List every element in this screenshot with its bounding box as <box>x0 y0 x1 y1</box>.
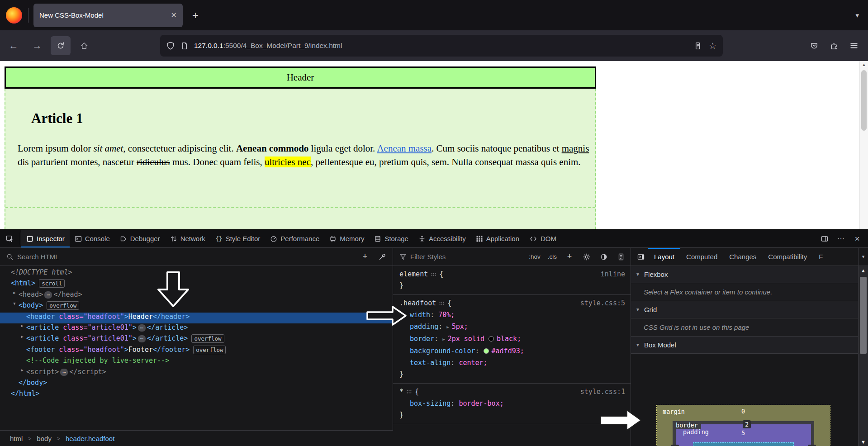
flexbox-section-header[interactable]: ▼Flexbox <box>631 266 858 283</box>
css-declaration[interactable]: border: ▶2px solid black; <box>393 333 631 345</box>
padding-top-value[interactable]: 5 <box>741 429 745 437</box>
page-info-icon[interactable] <box>180 42 188 50</box>
new-rule-button[interactable]: + <box>563 250 576 264</box>
search-input[interactable] <box>17 253 355 261</box>
devtools-scrollbar[interactable]: ▲ ▼ <box>858 266 868 446</box>
devtools-tab-style-editor[interactable]: {}Style Editor <box>210 230 266 247</box>
markup-row[interactable]: <html>scroll <box>0 279 393 290</box>
shorthand-expander-icon[interactable]: ▶ <box>442 333 445 345</box>
shorthand-expander-icon[interactable]: ▶ <box>446 321 449 333</box>
color-swatch[interactable] <box>484 348 489 354</box>
devtools-tab-storage[interactable]: Storage <box>369 230 413 247</box>
light-mode-sim-button[interactable] <box>580 250 593 264</box>
tab-close-icon[interactable]: ✕ <box>171 11 177 19</box>
markup-row[interactable]: ▶<article class="article01">⋯</article> <box>0 323 393 334</box>
pick-element-button[interactable] <box>0 230 19 247</box>
extensions-icon[interactable] <box>830 42 838 50</box>
breadcrumb-item-body[interactable]: body <box>37 435 52 442</box>
margin-top-value[interactable]: 0 <box>741 408 745 415</box>
devtools-tab-accessibility[interactable]: Accessibility <box>413 230 471 247</box>
browser-tab[interactable]: New CSS-Box-Model ✕ <box>33 4 183 27</box>
devtools-tab-performance[interactable]: Performance <box>265 230 324 247</box>
expand-right-icon[interactable]: ▶ <box>19 323 25 328</box>
ellipsis-badge[interactable]: ⋯ <box>138 324 146 332</box>
expand-right-icon[interactable]: ▶ <box>11 290 18 295</box>
back-button[interactable]: ← <box>4 36 24 55</box>
grid-section-header[interactable]: ▼Grid <box>631 301 858 318</box>
print-sim-button[interactable] <box>614 250 628 264</box>
scrollbar-thumb[interactable] <box>860 277 867 354</box>
ellipsis-badge[interactable]: ⋯ <box>44 291 52 299</box>
overflow-badge[interactable]: overflow <box>191 334 224 343</box>
devtools-tab-network[interactable]: Network <box>165 230 210 247</box>
split-console-button[interactable] <box>817 232 832 246</box>
sidebar-toggle-icon[interactable] <box>637 253 645 261</box>
page-scrollbar[interactable]: ▲ <box>859 61 868 229</box>
css-declaration[interactable]: background-color: #adfd93; <box>393 345 631 357</box>
shield-icon[interactable] <box>166 42 175 50</box>
markup-row[interactable]: ▶<article class="article01">⋯</article>o… <box>0 334 393 345</box>
devtools-more-button[interactable]: ⋯ <box>834 232 848 246</box>
ellipsis-badge[interactable]: ⋯ <box>60 369 68 376</box>
scrollbar-thumb[interactable] <box>861 70 867 131</box>
markup-row[interactable]: </html> <box>0 389 393 400</box>
home-button[interactable] <box>74 36 94 55</box>
pocket-icon[interactable] <box>810 42 818 50</box>
pseudo-class-button[interactable]: :hov <box>526 252 543 261</box>
rule-selector[interactable]: .headfoot <box>399 299 436 307</box>
css-declaration[interactable]: text-align: center; <box>393 357 631 369</box>
forward-button[interactable]: → <box>27 36 47 55</box>
devtools-tab-dom[interactable]: DOM <box>524 230 561 247</box>
sidebar-tab-compatibility[interactable]: Compatibility <box>762 248 813 266</box>
rule-source-link[interactable]: inline <box>601 269 625 280</box>
css-declaration[interactable]: width: 70%; <box>393 309 631 321</box>
markup-row[interactable]: <!--Code injected by live-server--> <box>0 356 393 367</box>
breadcrumb-item-header.headfoot[interactable]: header.headfoot <box>66 435 114 442</box>
rule-selector[interactable]: element <box>399 270 428 278</box>
tab-list-chevron-icon[interactable]: ▾ <box>855 11 859 19</box>
markup-row[interactable]: ▶<script>⋯</script> <box>0 368 393 379</box>
new-tab-button[interactable]: + <box>186 6 204 24</box>
box-model-content-region[interactable]: 858.667×18.6667 <box>693 442 794 446</box>
boxmodel-section-header[interactable]: ▼Box Model <box>631 337 858 354</box>
reload-button[interactable] <box>51 36 71 55</box>
breadcrumb-item-html[interactable]: html <box>10 435 23 442</box>
menu-hamburger-icon[interactable] <box>850 42 858 50</box>
scroll-up-icon[interactable]: ▲ <box>860 62 868 67</box>
add-node-button[interactable]: + <box>358 250 372 264</box>
pseudo-class-button[interactable]: .cls <box>545 252 559 261</box>
article-link[interactable]: Aenean massa <box>377 143 432 154</box>
reader-mode-icon[interactable] <box>694 42 702 50</box>
expand-right-icon[interactable]: ▶ <box>19 368 25 372</box>
css-declaration[interactable]: padding: ▶5px; <box>393 321 631 333</box>
devtools-tab-inspector[interactable]: Inspector <box>21 230 70 247</box>
expand-down-icon[interactable]: ▼ <box>11 301 18 306</box>
rule-selector[interactable]: * <box>399 388 403 396</box>
filter-styles-input[interactable] <box>410 253 523 261</box>
devtools-tab-application[interactable]: Application <box>471 230 524 247</box>
bookmark-star-icon[interactable]: ☆ <box>709 41 716 51</box>
expand-right-icon[interactable]: ▶ <box>19 334 25 339</box>
markup-row[interactable]: <header class="headfoot">Header</header> <box>0 313 393 323</box>
sidebar-tab-computed[interactable]: Computed <box>680 248 723 266</box>
css-declaration[interactable]: box-sizing: border-box; <box>393 398 631 409</box>
markup-row[interactable]: <!DOCTYPE html> <box>0 268 393 279</box>
markup-row[interactable]: ▼<body>overflow <box>0 301 393 312</box>
scroll-down-icon[interactable]: ▼ <box>859 439 868 445</box>
devtools-tab-console[interactable]: Console <box>70 230 115 247</box>
ellipsis-badge[interactable]: ⋯ <box>138 335 146 342</box>
rule-source-link[interactable]: style.css:5 <box>580 298 625 309</box>
overflow-badge[interactable]: overflow <box>47 301 79 310</box>
scroll-up-icon[interactable]: ▲ <box>859 268 868 273</box>
devtools-tab-debugger[interactable]: Debugger <box>115 230 165 247</box>
markup-row[interactable]: <footer class="headfoot">Footer</footer>… <box>0 346 393 356</box>
scroll-badge[interactable]: scroll <box>39 279 65 288</box>
rule-source-link[interactable]: style.css:1 <box>580 386 625 398</box>
devtools-tab-memory[interactable]: Memory <box>324 230 369 247</box>
sidebar-tab-changes[interactable]: Changes <box>723 248 762 266</box>
markup-row[interactable]: </body> <box>0 379 393 389</box>
border-top-value[interactable]: 2 <box>743 420 751 428</box>
markup-row[interactable]: ▶<head>⋯</head> <box>0 290 393 301</box>
sidebar-tab-layout[interactable]: Layout <box>648 248 680 266</box>
dark-mode-sim-button[interactable] <box>597 250 611 264</box>
